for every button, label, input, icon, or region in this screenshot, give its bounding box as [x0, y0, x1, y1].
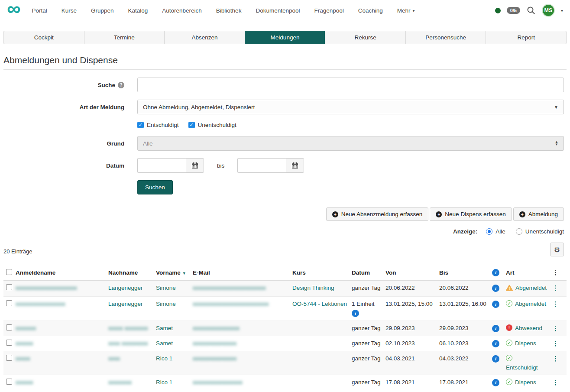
row-menu-icon[interactable]: ⋮	[552, 284, 559, 292]
nav-item-portal[interactable]: Portal	[32, 7, 47, 14]
kurs-link[interactable]: OO-5744 - Lektionen	[292, 301, 347, 307]
neue-absenzmeldung-erfassen-button[interactable]: +Neue Absenzmeldung erfassen	[326, 207, 429, 221]
help-icon[interactable]: ?	[118, 82, 124, 88]
select-all-checkbox[interactable]	[6, 269, 12, 275]
nav-item-coaching[interactable]: Coaching	[358, 7, 383, 14]
row-checkbox[interactable]	[6, 355, 12, 361]
suchen-button[interactable]: Suchen	[137, 180, 173, 194]
grund-select[interactable]: Alle ▲▼	[137, 136, 564, 151]
col-bis[interactable]: Bis	[439, 265, 492, 281]
col-datum[interactable]: Datum	[352, 265, 385, 281]
art-label[interactable]: Dispens	[515, 340, 536, 347]
nav-item-mehr[interactable]: Mehr▾	[397, 7, 415, 14]
nachname-link[interactable]: Langenegger	[108, 285, 143, 291]
email-link[interactable]: xxxxxxxxxxxxxxxxx	[193, 379, 243, 386]
row-checkbox[interactable]	[6, 379, 12, 385]
info-icon[interactable]: i	[492, 379, 499, 386]
tab-cockpit[interactable]: Cockpit	[3, 31, 84, 44]
vorname-link[interactable]: Simone	[156, 301, 176, 307]
info-icon[interactable]: i	[352, 310, 359, 317]
anmeldename-link[interactable]: xxxxxxxxxxxxxxxxx	[16, 301, 65, 307]
tab-personensuche[interactable]: Personensuche	[405, 31, 486, 44]
col-vorname[interactable]: Vorname▼	[156, 265, 193, 281]
col-anmeldename[interactable]: Anmeldename	[16, 265, 108, 281]
nachname-link[interactable]: xxxxxxxx	[108, 379, 132, 386]
col-nachname[interactable]: Nachname	[108, 265, 156, 281]
tab-meldungen[interactable]: Meldungen	[245, 31, 325, 44]
avatar[interactable]: MS	[542, 4, 555, 17]
nachname-link[interactable]: xxxxx xxxxxxxx	[108, 325, 148, 331]
email-link[interactable]: xxxxxxxxxxxxxxxxxxxxxxxxx	[193, 285, 266, 291]
art-label[interactable]: Abgemeldet	[515, 300, 546, 308]
row-menu-icon[interactable]: ⋮	[552, 355, 559, 362]
calendar-icon[interactable]	[286, 158, 304, 173]
vorname-link[interactable]: Samet	[156, 340, 173, 347]
tab-rekurse[interactable]: Rekurse	[325, 31, 405, 44]
nav-item-gruppen[interactable]: Gruppen	[91, 7, 114, 14]
col-kurs[interactable]: Kurs	[292, 265, 352, 281]
anmeldename-link[interactable]: xxxxxxxxxxxxxxxxxxxxx	[16, 285, 77, 291]
info-icon[interactable]: i	[492, 325, 499, 332]
nav-item-autorenbereich[interactable]: Autorenbereich	[162, 7, 202, 14]
email-link[interactable]: xxxxxxxxxxxxxxx	[193, 355, 236, 362]
anmeldename-link[interactable]: xxxxxxx	[16, 325, 36, 331]
nav-item-katalog[interactable]: Katalog	[128, 7, 148, 14]
row-menu-icon[interactable]: ⋮	[552, 300, 559, 308]
row-checkbox[interactable]	[6, 284, 12, 290]
infinity-logo[interactable]: ∞	[7, 2, 20, 15]
nachname-link[interactable]: xxxx	[108, 355, 120, 362]
avatar-caret-icon[interactable]: ▾	[561, 8, 563, 13]
anmeldename-link[interactable]: xxxxx	[16, 355, 30, 362]
nav-item-dokumentenpool[interactable]: Dokumentenpool	[256, 7, 300, 14]
neue-dispens-erfassen-button[interactable]: +Neue Dispens erfassen	[430, 207, 512, 221]
nav-item-fragenpool[interactable]: Fragenpool	[314, 7, 343, 14]
art-label[interactable]: Entschuldigt	[506, 364, 549, 371]
nav-item-kurse[interactable]: Kurse	[62, 7, 77, 14]
radio-alle[interactable]: Alle	[486, 228, 505, 235]
info-icon[interactable]: i	[492, 285, 499, 292]
kurs-link[interactable]: Design Thinking	[292, 285, 334, 291]
anmeldename-link[interactable]: xxxxxx	[16, 379, 33, 386]
col-email[interactable]: E-Mail	[193, 265, 292, 281]
email-link[interactable]: xxxxxxxxxxxxxxxxxxxxxxxxxx	[193, 301, 269, 307]
row-menu-icon[interactable]: ⋮	[552, 324, 559, 332]
row-checkbox[interactable]	[6, 324, 12, 330]
tab-report[interactable]: Report	[486, 31, 567, 44]
suche-input[interactable]	[137, 78, 564, 92]
art-der-meldung-dropdown[interactable]: Ohne Abmeldung, Abgemeldet, Dispensiert …	[137, 100, 564, 114]
vorname-link[interactable]: Rico 1	[156, 379, 172, 386]
radio-unentschuldigt[interactable]: Unentschuldigt	[516, 228, 564, 235]
art-label[interactable]: Abwesend	[515, 324, 542, 332]
datum-von-input[interactable]	[137, 158, 186, 173]
art-label[interactable]: Abgemeldet	[515, 284, 547, 292]
vorname-link[interactable]: Rico 1	[156, 355, 172, 362]
art-label[interactable]: Dispens	[515, 379, 536, 386]
info-icon[interactable]: i	[492, 340, 499, 347]
row-checkbox[interactable]	[6, 340, 12, 346]
row-menu-icon[interactable]: ⋮	[552, 340, 559, 347]
checkbox-unentschuldigt[interactable]: ✓Unentschuldigt	[188, 122, 236, 128]
gear-icon[interactable]: ⚙	[550, 243, 564, 256]
nachname-link[interactable]: xxxx xxxxxxxxx	[108, 340, 148, 347]
col-art[interactable]: Art	[506, 265, 552, 281]
nav-item-bibliothek[interactable]: Bibliothek	[216, 7, 242, 14]
info-column-icon[interactable]: i	[492, 269, 499, 276]
col-von[interactable]: Von	[385, 265, 439, 281]
checkbox-entschuldigt[interactable]: ✓Entschuldigt	[137, 122, 179, 128]
row-checkbox[interactable]	[6, 300, 12, 306]
row-menu-icon[interactable]: ⋮	[552, 379, 559, 386]
tab-absenzen[interactable]: Absenzen	[164, 31, 245, 44]
anmeldename-link[interactable]: xxxxxx	[16, 340, 33, 347]
datum-bis-input[interactable]	[237, 158, 286, 173]
search-icon[interactable]	[526, 6, 536, 15]
tab-termine[interactable]: Termine	[84, 31, 165, 44]
info-icon[interactable]: i	[492, 355, 499, 363]
vorname-link[interactable]: Simone	[156, 285, 176, 291]
vorname-link[interactable]: Samet	[156, 325, 173, 331]
calendar-icon[interactable]	[186, 158, 204, 173]
nachname-link[interactable]: Langenegger	[108, 301, 143, 307]
email-link[interactable]: xxxxxxxxxxxxxxx	[193, 340, 236, 347]
email-link[interactable]: xxxxxxxxxxxxxxxx	[193, 325, 240, 331]
info-icon[interactable]: i	[492, 301, 499, 308]
abmeldung-button[interactable]: +Abmeldung	[513, 207, 564, 221]
